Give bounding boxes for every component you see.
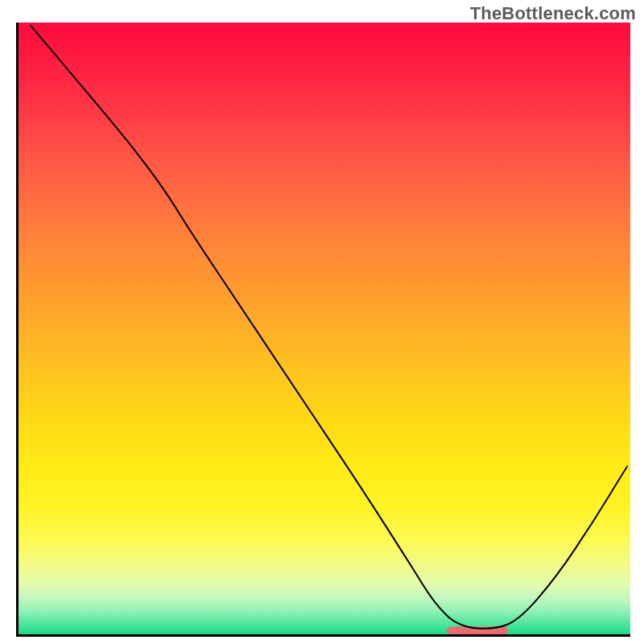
series-curve — [31, 26, 627, 629]
curve-group — [31, 26, 627, 629]
watermark-text: TheBottleneck.com — [470, 3, 636, 24]
chart-container: TheBottleneck.com — [0, 0, 644, 644]
plot-area — [16, 23, 630, 637]
plot-svg-layer — [19, 23, 630, 634]
